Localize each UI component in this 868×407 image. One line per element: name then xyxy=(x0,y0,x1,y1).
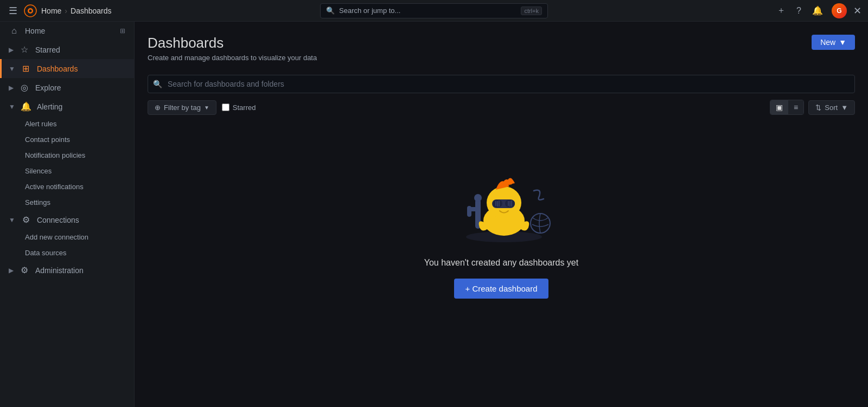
sidebar-item-notification-policies[interactable]: Notification policies xyxy=(0,147,134,163)
view-list-button[interactable]: ≡ xyxy=(788,100,803,114)
administration-icon: ⚙ xyxy=(19,265,30,275)
sidebar-item-notification-policies-label: Notification policies xyxy=(25,151,85,159)
close-icon[interactable]: ✕ xyxy=(853,5,861,17)
main-content: Dashboards Create and manage dashboards … xyxy=(135,22,868,407)
filter-row: ⊕ Filter by tag ▼ Starred ▣ ≡ ⇅ Sort ▼ xyxy=(148,100,855,115)
sidebar-item-alerting[interactable]: ▼ 🔔 Alerting xyxy=(0,97,134,116)
dashboards-icon: ⊞ xyxy=(21,63,31,74)
page-subtitle: Create and manage dashboards to visualiz… xyxy=(148,54,317,62)
page-header-text: Dashboards Create and manage dashboards … xyxy=(148,35,317,62)
sidebar-item-starred-label: Starred xyxy=(35,46,125,54)
alerting-collapse-icon: ▼ xyxy=(9,103,15,111)
view-toggle: ▣ ≡ xyxy=(770,100,804,115)
breadcrumb-current: Dashboards xyxy=(71,7,112,15)
create-dashboard-button-label: + Create dashboard xyxy=(465,284,537,293)
administration-expand-icon: ▶ xyxy=(9,267,14,274)
sort-label: Sort xyxy=(825,104,838,112)
empty-state-text: You haven't created any dashboards yet xyxy=(424,258,578,268)
explore-icon: ◎ xyxy=(19,82,30,93)
new-button[interactable]: New ▼ xyxy=(812,35,855,50)
sidebar-item-connections[interactable]: ▼ ⚙ Connections xyxy=(0,210,134,229)
sidebar-item-active-notifications[interactable]: Active notifications xyxy=(0,179,134,195)
sidebar-item-home-label: Home xyxy=(25,27,114,35)
page-header: Dashboards Create and manage dashboards … xyxy=(148,35,855,62)
explore-expand-icon: ▶ xyxy=(9,84,14,92)
sidebar-item-data-sources-label: Data sources xyxy=(25,249,67,257)
sidebar-item-active-notifications-label: Active notifications xyxy=(25,183,84,191)
sidebar-item-contact-points[interactable]: Contact points xyxy=(0,132,134,147)
filter-by-tag-label: Filter by tag xyxy=(164,104,201,112)
filter-icon: ⊕ xyxy=(155,104,161,112)
sidebar-item-add-new-connection-label: Add new connection xyxy=(25,233,88,241)
menu-icon[interactable]: ☰ xyxy=(7,3,20,19)
empty-illustration xyxy=(447,158,556,245)
sidebar-item-explore-label: Explore xyxy=(35,83,125,92)
plus-icon[interactable]: ＋ xyxy=(775,3,788,18)
svg-rect-6 xyxy=(467,206,471,217)
help-icon[interactable]: ? xyxy=(794,4,803,18)
connections-collapse-icon: ▼ xyxy=(9,216,15,224)
dashboard-search-input[interactable] xyxy=(148,75,855,93)
search-wrapper: 🔍 xyxy=(148,75,855,93)
notifications-icon[interactable]: 🔔 xyxy=(810,3,825,18)
svg-point-8 xyxy=(531,214,550,233)
starred-label: Starred xyxy=(233,104,256,112)
sort-button[interactable]: ⇅ Sort ▼ xyxy=(808,100,855,115)
empty-state: You haven't created any dashboards yet +… xyxy=(148,126,855,331)
home-icon: ⌂ xyxy=(9,26,20,36)
sidebar-item-alerting-settings[interactable]: Settings xyxy=(0,195,134,210)
layout-icon: ⊞ xyxy=(120,27,125,35)
sidebar-item-silences[interactable]: Silences xyxy=(0,163,134,179)
search-bar-text: Search or jump to... xyxy=(339,7,521,15)
sidebar-item-silences-label: Silences xyxy=(25,167,52,175)
search-row: 🔍 xyxy=(148,75,855,93)
sidebar-item-alert-rules-label: Alert rules xyxy=(25,120,57,128)
svg-point-7 xyxy=(474,194,482,202)
starred-checkbox-label[interactable]: Starred xyxy=(222,104,256,112)
avatar[interactable]: G xyxy=(832,3,847,18)
sidebar-item-starred[interactable]: ▶ ☆ Starred xyxy=(0,40,134,59)
create-dashboard-button[interactable]: + Create dashboard xyxy=(454,279,548,299)
sidebar: ⌂ Home ⊞ ▶ ☆ Starred ▼ ⊞ Dashboards ▶ ◎ … xyxy=(0,22,135,407)
sidebar-item-explore[interactable]: ▶ ◎ Explore xyxy=(0,78,134,97)
sidebar-item-data-sources[interactable]: Data sources xyxy=(0,245,134,261)
sidebar-item-administration[interactable]: ▶ ⚙ Administration xyxy=(0,261,134,280)
view-folder-button[interactable]: ▣ xyxy=(770,100,788,114)
filter-dropdown-arrow: ▼ xyxy=(204,105,209,111)
sort-icon: ⇅ xyxy=(815,104,821,112)
sort-dropdown-arrow: ▼ xyxy=(841,104,848,112)
sidebar-item-add-new-connection[interactable]: Add new connection xyxy=(0,229,134,245)
page-title: Dashboards xyxy=(148,35,317,51)
breadcrumb: Home › Dashboards xyxy=(41,7,112,15)
search-wrapper-icon: 🔍 xyxy=(153,80,162,88)
sidebar-item-home[interactable]: ⌂ Home ⊞ xyxy=(0,22,134,40)
filter-by-tag-button[interactable]: ⊕ Filter by tag ▼ xyxy=(148,100,216,115)
sidebar-item-alert-rules[interactable]: Alert rules xyxy=(0,116,134,132)
search-icon: 🔍 xyxy=(326,7,335,15)
breadcrumb-separator: › xyxy=(65,7,67,15)
alerting-icon: 🔔 xyxy=(21,101,31,112)
collapse-icon: ▼ xyxy=(9,65,15,73)
sidebar-item-connections-label: Connections xyxy=(37,216,125,224)
sidebar-item-alerting-settings-label: Settings xyxy=(25,198,50,206)
connections-icon: ⚙ xyxy=(21,215,31,225)
sidebar-item-contact-points-label: Contact points xyxy=(25,135,70,144)
svg-point-2 xyxy=(29,9,32,12)
main-layout: ⌂ Home ⊞ ▶ ☆ Starred ▼ ⊞ Dashboards ▶ ◎ … xyxy=(0,22,868,407)
sidebar-item-dashboards-label: Dashboards xyxy=(37,64,125,73)
topbar-right: ＋ ? 🔔 G ✕ xyxy=(775,3,861,18)
sidebar-item-alerting-label: Alerting xyxy=(37,102,125,111)
topbar-left: ☰ Home › Dashboards xyxy=(7,3,112,19)
sidebar-item-administration-label: Administration xyxy=(35,266,125,275)
new-button-label: New xyxy=(820,38,835,47)
starred-checkbox[interactable] xyxy=(222,104,229,111)
expand-icon: ▶ xyxy=(9,46,14,54)
search-shortcut: ctrl+k xyxy=(521,7,542,15)
grafana-logo xyxy=(24,4,37,17)
new-button-dropdown-icon: ▼ xyxy=(839,38,846,47)
sidebar-item-dashboards[interactable]: ▼ ⊞ Dashboards xyxy=(0,59,134,78)
global-search-bar[interactable]: 🔍 Search or jump to... ctrl+k xyxy=(320,3,548,18)
breadcrumb-home[interactable]: Home xyxy=(41,7,61,15)
topbar: ☰ Home › Dashboards 🔍 Search or jump to.… xyxy=(0,0,868,22)
star-icon: ☆ xyxy=(19,44,30,55)
